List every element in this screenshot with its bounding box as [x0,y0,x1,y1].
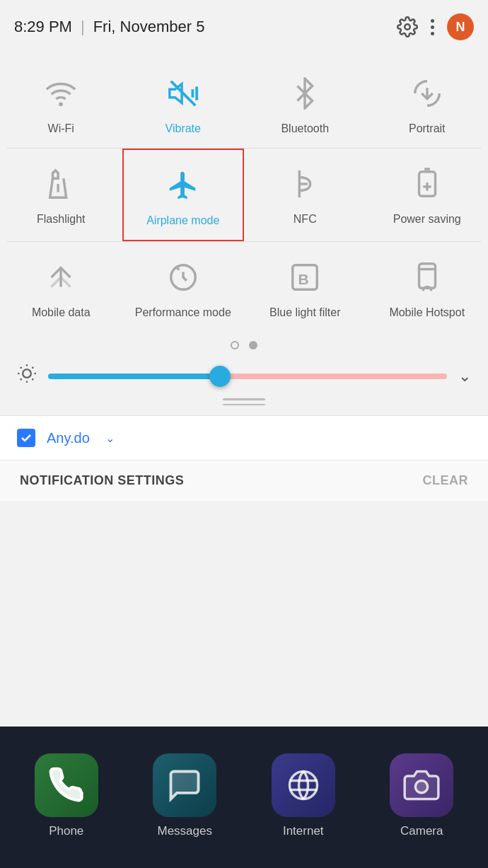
dock-phone-label: Phone [49,824,83,838]
qs-flashlight-label: Flashlight [37,212,85,227]
qs-portrait[interactable]: Portrait [366,58,489,148]
qs-mobile-hotspot-label: Mobile Hotspot [389,306,465,320]
chevron-down-icon[interactable]: ⌄ [458,367,471,386]
flashlight-icon [38,161,83,207]
drag-handle [0,393,488,415]
svg-line-28 [32,367,33,369]
qs-blue-light-filter[interactable]: B Blue light filter [244,242,366,332]
qs-mobile-data[interactable]: Mobile data [0,242,122,332]
portrait-icon [405,71,450,116]
anydo-app-name: Any.do [47,430,90,446]
dock-phone[interactable]: Phone [35,753,98,838]
qs-performance-mode-label: Performance mode [135,306,231,320]
anydo-expand-icon[interactable]: ⌄ [105,432,115,445]
qs-bluetooth-label: Bluetooth [281,122,329,137]
status-divider: | [81,18,85,36]
svg-rect-18 [419,263,435,288]
svg-text:B: B [298,270,309,287]
status-time: 8:29 PM [14,18,72,36]
internet-icon [272,753,335,817]
more-options-icon[interactable] [431,19,434,35]
qs-row-1: Wi-Fi Vibrate Bluetooth [0,58,488,148]
bottom-dock: Phone Messages Internet [0,727,488,868]
notification-section: Any.do ⌄ NOTIFICATION SETTINGS CLEAR [0,415,488,501]
qs-portrait-label: Portrait [409,122,446,137]
mobile-hotspot-icon [405,255,450,300]
notification-settings-bar: NOTIFICATION SETTINGS CLEAR [0,460,488,501]
performance-mode-icon [161,255,206,300]
svg-point-29 [289,772,317,799]
svg-line-24 [32,379,33,381]
camera-icon [390,753,453,817]
qs-performance-mode[interactable]: Performance mode [122,242,245,332]
dock-internet[interactable]: Internet [272,753,335,838]
status-bar: 8:29 PM | Fri, November 5 N [0,0,488,51]
qs-mobile-data-label: Mobile data [32,306,91,320]
dock-internet-label: Internet [283,824,324,838]
svg-point-0 [405,24,410,30]
qs-bluetooth[interactable]: Bluetooth [244,58,366,148]
page-indicator [0,331,488,357]
svg-line-15 [176,267,179,270]
qs-row-3: Mobile data Performance mode B Blue li [0,242,488,332]
quick-settings-panel: Wi-Fi Vibrate Bluetooth [0,51,488,415]
brightness-track [48,374,447,379]
qs-wifi-label: Wi-Fi [48,122,74,137]
brightness-icon [17,364,37,388]
notification-settings-label[interactable]: NOTIFICATION SETTINGS [20,473,184,488]
nfc-icon [282,161,327,207]
qs-nfc-label: NFC [294,212,317,227]
qs-power-saving-label: Power saving [393,212,461,227]
mobile-data-icon [38,255,83,300]
blue-light-filter-icon: B [282,255,327,300]
wifi-icon [38,71,83,116]
qs-vibrate[interactable]: Vibrate [122,58,245,148]
dock-camera[interactable]: Camera [390,753,453,838]
drag-lines [223,398,265,405]
dock-camera-label: Camera [400,824,443,838]
clear-button[interactable]: CLEAR [423,473,469,488]
qs-nfc[interactable]: NFC [244,149,366,241]
status-icons: N [394,13,474,40]
svg-line-27 [21,379,22,381]
svg-line-23 [21,367,22,369]
status-time-group: 8:29 PM | Fri, November 5 [14,18,204,36]
svg-point-20 [23,370,31,378]
anydo-checkbox[interactable] [17,429,35,447]
qs-mobile-hotspot[interactable]: Mobile Hotspot [366,242,489,332]
qs-row-2: Flashlight Airplane mode NFC [0,149,488,241]
qs-flashlight[interactable]: Flashlight [0,149,122,241]
qs-wifi[interactable]: Wi-Fi [0,58,122,148]
airplane-mode-icon [161,163,206,208]
bluetooth-icon [282,71,327,116]
power-saving-icon [405,161,450,207]
brightness-thumb[interactable] [209,366,231,387]
qs-power-saving[interactable]: Power saving [366,149,489,241]
qs-vibrate-label: Vibrate [165,122,201,137]
notification-badge: N [447,13,474,40]
qs-airplane-mode[interactable]: Airplane mode [122,149,245,241]
page-dot-1 [231,341,239,349]
qs-airplane-label: Airplane mode [146,214,219,228]
dock-messages-label: Messages [158,824,212,838]
settings-icon[interactable] [394,13,421,40]
brightness-control: ⌄ [0,357,488,393]
dock-messages[interactable]: Messages [153,753,216,838]
messages-icon [153,753,216,817]
vibrate-icon [161,71,206,116]
phone-icon [35,753,98,817]
svg-point-32 [416,781,428,793]
qs-blue-light-filter-label: Blue light filter [269,306,341,320]
anydo-notification[interactable]: Any.do ⌄ [0,416,488,460]
status-date: Fri, November 5 [93,18,205,36]
brightness-slider[interactable] [48,374,447,379]
page-dot-2 [249,341,257,349]
